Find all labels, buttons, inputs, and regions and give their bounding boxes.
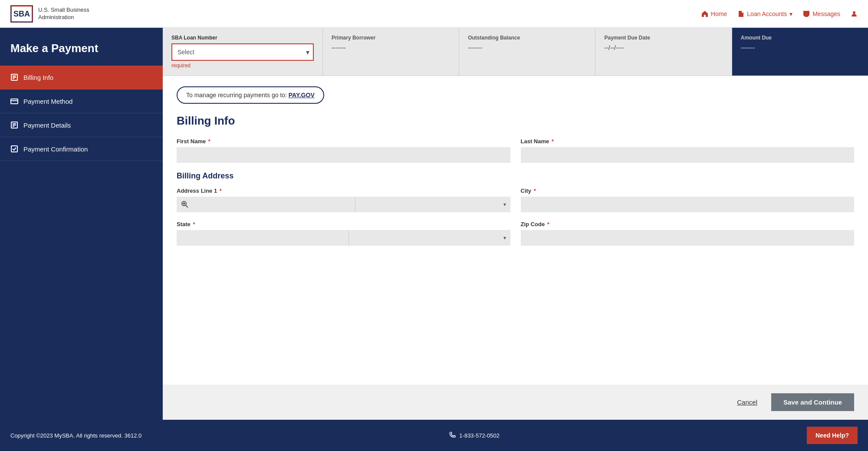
cancel-button[interactable]: Cancel [730,394,764,410]
amount-due-label: Amount Due [741,35,859,41]
first-name-label: First Name * [177,138,510,145]
address-city-row: Address Line 1 * [177,188,854,212]
zip-code-label: Zip Code * [521,221,855,227]
save-continue-button[interactable]: Save and Continue [771,393,854,411]
site-footer: Copyright ©2023 MySBA. All rights reserv… [0,420,868,451]
amount-due-cell: Amount Due ------- [732,28,868,76]
footer-phone: 1-833-572-0502 [449,432,500,439]
svg-rect-14 [11,146,17,152]
primary-borrower-cell: Primary Borrower ------- [323,28,459,76]
zip-code-required-star: * [547,221,549,227]
state-dropdown[interactable] [349,230,510,246]
site-header: SBA U.S. Small Business Administration H… [0,0,868,28]
outstanding-balance-label: Outstanding Balance [468,35,586,41]
sidebar: Make a Payment Billing Info Payment Meth… [0,28,163,420]
sidebar-item-billing-info[interactable]: Billing Info [0,66,163,89]
last-name-group: Last Name * [521,138,855,163]
footer-phone-number: 1-833-572-0502 [459,432,500,439]
payment-due-date-cell: Payment Due Date --/--/---- [595,28,732,76]
billing-info-icon [10,73,18,81]
city-required-star: * [534,188,536,194]
first-name-required-star: * [208,138,210,145]
sidebar-item-payment-details[interactable]: Payment Details [0,113,163,137]
sidebar-item-payment-confirmation[interactable]: Payment Confirmation [0,137,163,161]
state-label: State * [177,221,510,227]
address-line1-label: Address Line 1 * [177,188,510,194]
first-name-group: First Name * [177,138,510,163]
nav-home[interactable]: Home [701,10,727,17]
nav-user[interactable] [851,10,858,17]
logo-area: SBA U.S. Small Business Administration [10,5,89,23]
top-nav: Home Loan Accounts ▾ Messages [701,10,858,17]
sba-loan-number-select[interactable]: Select [171,43,314,61]
address-input-group: ▾ [177,197,510,212]
state-required-star: * [193,221,195,227]
phone-icon [449,432,456,439]
payment-details-icon [10,121,18,129]
billing-address-title: Billing Address [177,171,854,181]
address-select-wrapper: ▾ [355,197,510,212]
required-text: required [171,63,314,69]
sba-logo-icon: SBA [10,5,33,23]
payment-confirmation-icon [10,145,18,153]
sba-loan-number-cell: SBA Loan Number Select ▾ required [163,28,323,76]
address-line1-required-star: * [220,188,222,194]
state-text-input[interactable] [177,230,349,246]
primary-borrower-value: ------- [332,44,450,51]
action-bar: Cancel Save and Continue [163,385,868,420]
sidebar-nav: Billing Info Payment Method Payment Deta… [0,66,163,161]
recurring-notice[interactable]: To manage recurring payments go to: PAY.… [177,86,324,104]
svg-rect-8 [11,99,18,104]
svg-line-16 [186,205,188,207]
copyright-text: Copyright ©2023 MySBA. All rights reserv… [10,432,141,439]
sba-loan-number-label: SBA Loan Number [171,35,314,41]
amount-due-value: ------- [741,44,859,51]
address-text-input[interactable] [193,197,355,212]
name-row: First Name * Last Name * [177,138,854,163]
nav-messages[interactable]: Messages [803,10,840,17]
content-area: SBA Loan Number Select ▾ required Primar… [163,28,868,420]
svg-point-3 [853,11,855,14]
main-layout: Make a Payment Billing Info Payment Meth… [0,28,868,420]
state-select-wrapper: ▾ [349,230,510,246]
user-icon [851,10,858,17]
outstanding-balance-cell: Outstanding Balance ------- [459,28,595,76]
last-name-required-star: * [552,138,554,145]
form-area: To manage recurring payments go to: PAY.… [163,76,868,385]
nav-loan-accounts[interactable]: Loan Accounts ▾ [737,10,792,17]
loan-select-wrapper: Select ▾ [171,43,314,61]
need-help-button[interactable]: Need Help? [807,427,858,444]
payment-due-date-label: Payment Due Date [604,35,723,41]
chevron-down-icon: ▾ [789,10,792,17]
state-zip-row: State * ▾ Zip [177,221,854,246]
svg-text:SBA: SBA [13,10,30,18]
city-label: City * [521,188,855,194]
address-dropdown[interactable] [355,197,510,212]
city-input[interactable] [521,197,855,212]
address-search-icon [177,197,193,212]
zip-code-group: Zip Code * [521,221,855,246]
last-name-input[interactable] [521,147,855,163]
zip-code-input[interactable] [521,230,855,246]
billing-info-title: Billing Info [177,114,854,128]
document-icon [737,10,744,17]
sidebar-item-payment-method[interactable]: Payment Method [0,89,163,113]
message-icon [803,10,810,17]
last-name-label: Last Name * [521,138,855,145]
primary-borrower-label: Primary Borrower [332,35,450,41]
sidebar-title: Make a Payment [0,28,163,66]
loan-info-bar: SBA Loan Number Select ▾ required Primar… [163,28,868,76]
payment-due-date-value: --/--/---- [604,44,723,51]
address-line1-group: Address Line 1 * [177,188,510,212]
outstanding-balance-value: ------- [468,44,586,51]
pay-gov-link[interactable]: PAY.GOV [289,92,315,99]
org-name: U.S. Small Business Administration [38,7,89,21]
state-input-group: ▾ [177,230,510,246]
payment-method-icon [10,97,18,105]
city-group: City * [521,188,855,212]
state-group: State * ▾ [177,221,510,246]
first-name-input[interactable] [177,147,510,163]
home-icon [701,10,708,17]
